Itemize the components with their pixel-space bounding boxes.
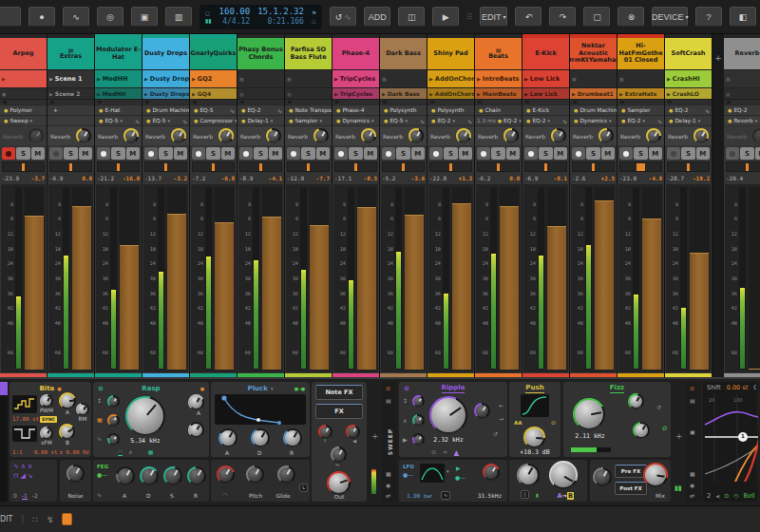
fizz-title[interactable]: Fizz: [610, 384, 624, 393]
mixer-view-button[interactable]: ▥: [165, 7, 192, 27]
clip-slot-2[interactable]: ▶ TripCycles: [332, 87, 379, 99]
device-enable-icon[interactable]: ●: [4, 118, 8, 124]
octave-minus1[interactable]: -1: [22, 492, 28, 500]
device-enable-icon[interactable]: ●: [146, 107, 150, 113]
device-slot-1[interactable]: ● EQ-2 ∿: [665, 104, 712, 115]
volume-fader[interactable]: [749, 187, 760, 370]
clipped-left-button[interactable]: [0, 7, 21, 27]
pitch-value[interactable]: 17.00 st: [12, 416, 39, 422]
send-knob[interactable]: [694, 128, 709, 143]
pan-control[interactable]: [144, 162, 187, 172]
power-icon[interactable]: ⊙: [690, 386, 694, 391]
track-header[interactable]: Arpeg: [0, 38, 47, 69]
device-caret-icon[interactable]: ▾: [168, 118, 171, 124]
volume-fader[interactable]: [500, 187, 519, 370]
pluck-envelope-display[interactable]: [215, 394, 306, 425]
clip-stop-button[interactable]: [727, 101, 731, 104]
latch-chip[interactable]: L: [299, 484, 308, 492]
device-slot-1[interactable]: ● Drum Machine: [142, 104, 189, 115]
device-enable-icon[interactable]: ●: [289, 118, 293, 124]
filter-bandpass-icon[interactable]: ∧: [128, 448, 132, 456]
device-enable-icon[interactable]: ●: [146, 118, 150, 124]
aa-label[interactable]: AA: [514, 420, 522, 426]
track-header[interactable]: Dark Bass: [380, 38, 427, 69]
clip-launch-icon[interactable]: ▶: [192, 91, 196, 97]
mute-button[interactable]: M: [459, 147, 472, 160]
device-slot-1[interactable]: ● Note Transpose: [285, 104, 332, 115]
song-position-value[interactable]: 15.1.2.32: [257, 7, 304, 17]
add-device-icon[interactable]: +: [675, 431, 683, 441]
device-caret-icon[interactable]: ▾: [643, 118, 646, 124]
volume-fader[interactable]: [357, 187, 376, 370]
track-header[interactable]: GnarlyQuirks: [190, 38, 237, 69]
clip-slot-2[interactable]: ▶ GQ4: [190, 87, 237, 99]
ripple-freq-value[interactable]: 2.32 kHz: [426, 436, 471, 444]
solo-button[interactable]: S: [634, 147, 647, 160]
pan-control[interactable]: [192, 162, 235, 172]
volume-fader-bar[interactable]: [642, 218, 661, 370]
osc-shape-selector[interactable]: ∿∧∨⊓◢↘ 0 -1 -2: [10, 460, 57, 502]
add-button[interactable]: ADD: [364, 7, 390, 27]
tempo-value[interactable]: 160.00: [219, 7, 251, 17]
updown-icon[interactable]: ↕: [403, 398, 408, 404]
clip-launch-icon[interactable]: ■: [287, 91, 292, 97]
sync-badge[interactable]: SYNC: [40, 416, 57, 423]
retrig-slider-icon[interactable]: ●—: [455, 474, 466, 481]
volume-fader[interactable]: [25, 187, 44, 370]
clip-slot-2[interactable]: ●: [0, 87, 47, 99]
sfm-knob[interactable]: [40, 427, 53, 440]
device-slot-2[interactable]: ● Dynamics ▾: [332, 115, 379, 125]
volume-fader-bar[interactable]: [452, 203, 471, 370]
device-enable-icon[interactable]: ●: [431, 107, 435, 113]
record-arm-button[interactable]: [239, 147, 253, 160]
approx-icon[interactable]: ≈: [443, 448, 447, 456]
clip-launch-icon[interactable]: ●: [2, 91, 6, 97]
send-knob[interactable]: [266, 128, 281, 143]
mute-button[interactable]: M: [79, 147, 92, 160]
drive-icon[interactable]: ▲: [454, 448, 459, 456]
clip-stop-button[interactable]: [288, 101, 292, 104]
volume-fader[interactable]: [310, 187, 329, 370]
clip-launch-icon[interactable]: ■: [572, 76, 577, 82]
pan-control[interactable]: [334, 162, 377, 172]
clip-slot-2[interactable]: ■: [285, 87, 332, 99]
clip-slot-2[interactable]: ▶ Dusty Drops: [142, 87, 189, 99]
mute-button[interactable]: M: [364, 147, 377, 160]
rasp-cutoff-knob[interactable]: [125, 396, 165, 436]
pan-control[interactable]: [477, 162, 520, 172]
pan-control[interactable]: [524, 162, 567, 172]
clip-slot-1[interactable]: ■: [570, 69, 617, 87]
clip-launch-icon[interactable]: ▶: [49, 76, 53, 82]
pan-control[interactable]: [726, 162, 760, 172]
clip-launch-icon[interactable]: ■: [287, 76, 292, 82]
fizz-knob-3[interactable]: [633, 422, 650, 439]
clip-slot-1[interactable]: ▶: [0, 69, 47, 87]
volume-fader-bar[interactable]: [120, 245, 139, 370]
clip-slot-1[interactable]: ■: [380, 69, 427, 87]
panel-indicator-icon[interactable]: [62, 513, 72, 525]
mute-button[interactable]: M: [696, 147, 710, 160]
record-arm-button[interactable]: [287, 147, 300, 160]
grid-icon[interactable]: ▦: [690, 471, 695, 477]
device-enable-icon[interactable]: ●: [384, 118, 388, 124]
record-arm-button[interactable]: [382, 147, 395, 160]
device-slot-1[interactable]: ● Sampler: [618, 104, 664, 115]
device-slot-1[interactable]: ● E-Kick: [522, 104, 569, 115]
rasp-cutoff-value[interactable]: 5.34 kHz: [122, 437, 169, 445]
device-caret-icon[interactable]: ▾: [235, 118, 237, 124]
record-arm-button[interactable]: [144, 147, 158, 160]
volume-fader[interactable]: [642, 187, 661, 370]
volume-fader-bar[interactable]: [547, 226, 566, 370]
clip-slot-1[interactable]: ▶ IntroBeats: [475, 69, 522, 87]
volume-fader-bar[interactable]: [749, 369, 760, 370]
volume-fader[interactable]: [452, 187, 471, 370]
device-enable-icon[interactable]: ●: [621, 107, 625, 113]
solo-button[interactable]: S: [16, 147, 29, 160]
device-slot-1[interactable]: ● EQ-2 ∿: [238, 104, 284, 115]
fx-slot-button[interactable]: FX: [315, 404, 363, 419]
mute-button[interactable]: M: [554, 147, 567, 160]
send-knob[interactable]: [171, 128, 186, 143]
clip-launch-icon[interactable]: ■: [726, 76, 731, 82]
fizz-freq-knob[interactable]: [573, 398, 605, 430]
clip-launch-icon[interactable]: ■: [619, 76, 624, 82]
